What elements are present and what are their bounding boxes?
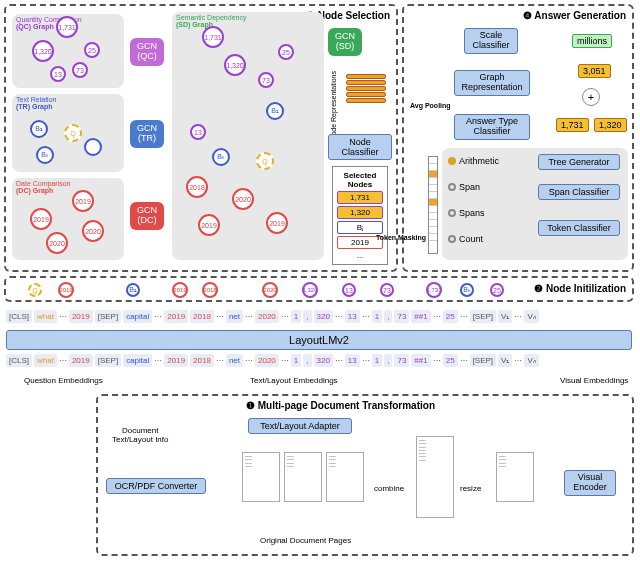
doc-info-label: Document Text/Layout Info	[112, 426, 168, 444]
init-bk: Bₖ	[460, 283, 474, 297]
sd-1320: 1,320	[224, 54, 246, 76]
gcn-dc: GCN (DC)	[130, 202, 164, 230]
init-1320: 1,320	[302, 282, 318, 298]
ans-arithmetic: Arithmetic	[448, 156, 499, 166]
init-2019b: 2019	[172, 282, 188, 298]
node-2019b: 2019	[30, 208, 52, 230]
node-73: 73	[72, 62, 88, 78]
plus-op: +	[582, 88, 600, 106]
node-representations	[346, 74, 386, 103]
node-2020a: 2020	[46, 232, 68, 254]
ocr-converter: OCR/PDF Converter	[106, 478, 206, 494]
gcn-qc: GCN (QC)	[130, 38, 164, 66]
sd-2019b: 2019	[266, 212, 288, 234]
question-emb-label: Question Embeddings	[24, 376, 103, 385]
node-1731: 1,731	[56, 16, 78, 38]
section-1-title: ❶ Multi-page Document Transformation	[246, 400, 435, 411]
sd-b1: B₁	[266, 102, 284, 120]
text-layout-adapter: Text/Layout Adapter	[248, 418, 352, 434]
result-v1: 1,731	[556, 118, 589, 132]
init-b1: B₁	[126, 283, 140, 297]
sd-2019a: 2019	[198, 214, 220, 236]
selected-nodes: Selected Nodes 1,731 1,320 Bⱼ 2019 ...	[332, 166, 388, 265]
answer-type-classifier: Answer Type Classifier	[454, 114, 530, 140]
init-73: 73	[380, 283, 394, 297]
doc-page-1: ≡≡≡≡≡≡≡≡≡≡≡≡≡≡≡≡	[242, 452, 280, 502]
node-bk: Bₖ	[36, 146, 54, 164]
node-classifier: Node Classifier	[328, 134, 392, 160]
resize-label: resize	[460, 484, 481, 493]
node-repr-label: Node Representations	[330, 71, 337, 141]
sd-2020: 2020	[232, 188, 254, 210]
sd-1731: 1,731	[202, 26, 224, 48]
combine-label: combine	[374, 484, 404, 493]
gcn-sd: GCN (SD)	[328, 28, 362, 56]
sd-25: 25	[278, 44, 294, 60]
sd-q: Q	[256, 152, 274, 170]
node-q: Q	[64, 124, 82, 142]
init-25: 25	[490, 283, 504, 297]
token-classifier: Token Classifier	[538, 220, 620, 236]
avg-pooling-label: Avg Pooling	[410, 102, 451, 109]
layoutlm-block: LayoutLMv2	[6, 330, 632, 350]
doc-resized: ≡≡≡≡≡≡≡≡≡≡≡≡≡≡≡≡	[496, 452, 534, 502]
node-bj	[84, 138, 102, 156]
ans-spans: Spans	[448, 208, 485, 218]
result-sum: 3,051	[578, 64, 611, 78]
result-v2: 1,320	[594, 118, 627, 132]
visual-emb-label: Visual Embeddings	[560, 376, 628, 385]
sd-2018: 2018	[186, 176, 208, 198]
init-q: Q	[28, 283, 42, 297]
ans-span: Span	[448, 182, 480, 192]
doc-page-2: ≡≡≡≡≡≡≡≡≡≡≡≡≡≡≡≡	[284, 452, 322, 502]
node-25: 25	[84, 42, 100, 58]
ans-count: Count	[448, 234, 483, 244]
text-emb-label: Text/Layout Embeddings	[250, 376, 338, 385]
init-1731: 1,731	[426, 282, 442, 298]
sd-bk: Bₖ	[212, 148, 230, 166]
token-row-top: [CLS] what ⋯ 2019 [SEP] capital ⋯ 2019 2…	[6, 310, 539, 323]
section-2-title: ❷ Node Initilization	[534, 283, 626, 294]
init-2018: 2018	[202, 282, 218, 298]
span-classifier: Span Classifier	[538, 184, 620, 200]
mask-column	[428, 156, 438, 254]
node-2019a: 2019	[72, 190, 94, 212]
init-2019: 2019	[58, 282, 74, 298]
gcn-tr: GCN (TR)	[130, 120, 164, 148]
token-row-bottom: [CLS] what ⋯ 2019 [SEP] capital ⋯ 2019 2…	[6, 354, 539, 367]
token-masking-label: Token Masking	[376, 234, 426, 241]
sd-13: 13	[190, 124, 206, 140]
node-2020b: 2020	[82, 220, 104, 242]
tr-graph-label: Text Relation(TR) Graph	[16, 96, 56, 110]
doc-page-3: ≡≡≡≡≡≡≡≡≡≡≡≡≡≡≡≡	[326, 452, 364, 502]
tree-generator: Tree Generator	[538, 154, 620, 170]
init-2020: 2020	[262, 282, 278, 298]
node-b1: B₁	[30, 120, 48, 138]
node-1320: 1,320	[32, 40, 54, 62]
dc-graph-label: Date Comparison(DC) Graph	[16, 180, 70, 194]
init-13: 13	[342, 283, 356, 297]
orig-pages-label: Original Document Pages	[260, 536, 351, 545]
scale-classifier: Scale Classifier	[464, 28, 518, 54]
section-4-title: ❹ Answer Generation	[523, 10, 626, 21]
graph-representation: Graph Representation	[454, 70, 530, 96]
visual-encoder: Visual Encoder	[564, 470, 616, 496]
result-millions: millions	[572, 34, 612, 48]
doc-combined: ≡≡≡≡≡≡≡≡≡≡≡≡≡≡≡≡≡≡≡≡≡≡≡≡≡≡≡≡	[416, 436, 454, 518]
sd-73: 73	[258, 72, 274, 88]
node-13: 13	[50, 66, 66, 82]
